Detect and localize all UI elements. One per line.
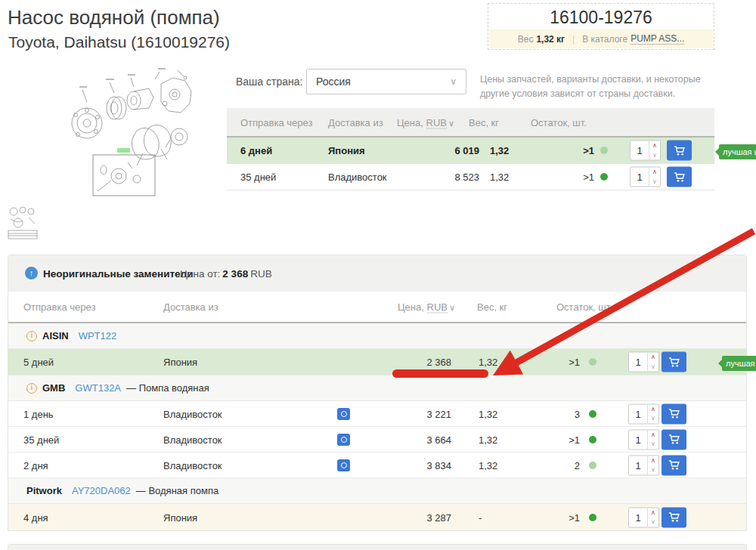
sort-caret-icon: ∨ <box>448 118 454 127</box>
qty-decrease-icon[interactable]: ∨ <box>648 362 658 372</box>
add-to-cart-button[interactable] <box>667 167 692 187</box>
quantity-stepper[interactable]: 1 ∧∨ <box>630 167 661 187</box>
add-to-cart-button[interactable] <box>662 507 686 527</box>
quantity-stepper[interactable]: 1 ∧∨ <box>628 352 659 372</box>
add-to-cart-button[interactable] <box>662 352 686 372</box>
quantity-stepper[interactable]: 1 ∧∨ <box>628 403 659 424</box>
col-from: Доставка из <box>328 116 383 128</box>
qty-decrease-icon[interactable]: ∨ <box>648 440 658 450</box>
sort-caret-icon: ∨ <box>449 303 455 312</box>
highlighted-part-label <box>117 148 130 153</box>
cart-icon <box>668 357 680 367</box>
col-price-sortable[interactable]: Цена, RUB∨ <box>398 301 455 313</box>
col-stock: Остаток, шт. <box>531 116 587 128</box>
cart-icon <box>668 409 680 419</box>
price-from: Цена от:2 368RUB <box>180 268 272 280</box>
col-from: Доставка из <box>163 301 218 313</box>
qty-decrease-icon[interactable]: ∨ <box>648 518 658 527</box>
cart-icon <box>674 171 686 182</box>
table-header: Отправка через Доставка из Цена, RUB∨ Ве… <box>227 108 714 138</box>
stock: >1 <box>583 171 594 183</box>
ship-from: Владивосток <box>328 171 387 183</box>
ship-from: Владивосток <box>163 434 222 445</box>
col-weight: Вес, кг <box>477 301 507 313</box>
weight-value: 1,32 кг <box>536 34 565 45</box>
offer-row: 35 дней Владивосток 8 523 1,32 >1 1 ∧∨ <box>227 164 714 190</box>
best-price-badge: лучшая ц <box>722 356 756 371</box>
offer-row: 2 дня Владивосток 3 834 1,32 2 1 ∧∨ <box>8 453 746 478</box>
qty-decrease-icon[interactable]: ∨ <box>649 150 660 160</box>
qty-decrease-icon[interactable]: ∨ <box>649 177 660 187</box>
photo-icon[interactable] <box>337 434 350 446</box>
offer-row-best: 5 дней Япония 2 368 1,32 >1 1 ∧∨ <box>8 349 746 375</box>
brand-group-gmb: i GMB GWT132A — Помпа водяная <box>8 375 746 401</box>
brand-name: GMB <box>42 382 65 394</box>
shipping-time: 2 дня <box>23 459 48 471</box>
qty-decrease-icon[interactable]: ∨ <box>648 465 658 475</box>
shipping-time: 35 дней <box>23 434 59 445</box>
qty-increase-icon[interactable]: ∧ <box>648 353 658 363</box>
price: 3 221 <box>426 408 451 419</box>
weight: 1,32 <box>479 357 497 368</box>
add-to-cart-button[interactable] <box>662 455 686 475</box>
chevron-down-icon: ∨ <box>450 76 457 87</box>
cart-icon <box>674 145 686 156</box>
diagram-thumbnail[interactable] <box>6 202 41 240</box>
cart-icon <box>668 512 680 523</box>
country-note: Цены запчастей, варианты доставки, и нек… <box>480 73 701 102</box>
price: 6 019 <box>454 145 479 156</box>
brand-group-aisin: i AISIN WPT122 <box>8 323 746 349</box>
quantity-stepper[interactable]: 1 ∧∨ <box>630 141 661 161</box>
quantity-stepper[interactable]: 1 ∧∨ <box>628 455 659 475</box>
qty-increase-icon[interactable]: ∧ <box>648 404 658 414</box>
col-price-sortable[interactable]: Цена, RUB∨ <box>397 116 454 128</box>
page-subtitle: Toyota, Daihatsu (1610019276) <box>8 33 230 51</box>
original-offers-table: Отправка через Доставка из Цена, RUB∨ Ве… <box>227 108 714 190</box>
ship-from: Владивосток <box>163 408 222 419</box>
weight: 1,32 <box>479 408 497 419</box>
country-note-line1: Цены запчастей, варианты доставки, и нек… <box>480 74 701 85</box>
offer-row: 1 день Владивосток 3 221 1,32 3 1 ∧∨ <box>8 401 746 427</box>
col-stock: Остаток, шт. <box>556 301 612 313</box>
catalog-label: В каталоге <box>582 34 627 45</box>
qty-increase-icon[interactable]: ∧ <box>648 456 658 465</box>
weight: 1,32 <box>479 459 497 471</box>
add-to-cart-button[interactable] <box>667 141 692 161</box>
section-title: Неоригинальные заменители <box>43 268 193 280</box>
collapse-up-icon[interactable]: ↑ <box>25 267 38 280</box>
price: 3 834 <box>426 459 451 471</box>
col-shipping: Отправка через <box>23 301 95 313</box>
photo-icon[interactable] <box>337 459 350 471</box>
price: 3 287 <box>426 511 451 523</box>
offer-row: 4 дня Япония 3 287 - >1 1 ∧∨ <box>8 504 746 530</box>
stock: 3 <box>575 408 580 419</box>
part-code-link[interactable]: WPT122 <box>79 330 117 341</box>
quantity-value: 1 <box>629 508 647 527</box>
parts-diagram-image[interactable] <box>64 64 208 200</box>
add-to-cart-button[interactable] <box>662 403 686 424</box>
info-icon[interactable]: i <box>26 383 37 394</box>
quantity-stepper[interactable]: 1 ∧∨ <box>628 429 659 450</box>
price: 2 368 <box>426 357 451 368</box>
next-section-stub <box>8 544 747 550</box>
photo-icon[interactable] <box>337 408 350 420</box>
part-description: — Помпа водяная <box>126 382 209 394</box>
country-select[interactable]: Россия ∨ <box>306 69 466 94</box>
country-note-line2: другие условия зависят от страны доставк… <box>480 88 675 99</box>
catalog-link[interactable]: PUMP ASS... <box>631 33 684 45</box>
qty-increase-icon[interactable]: ∧ <box>648 508 658 518</box>
add-to-cart-button[interactable] <box>662 429 686 450</box>
part-code-link[interactable]: GWT132A <box>75 382 121 394</box>
qty-increase-icon[interactable]: ∧ <box>649 141 660 151</box>
ship-from: Владивосток <box>163 459 222 471</box>
part-description: — Водяная помпа <box>136 485 218 496</box>
quantity-stepper[interactable]: 1 ∧∨ <box>628 507 659 527</box>
qty-decrease-icon[interactable]: ∨ <box>648 414 658 424</box>
qty-increase-icon[interactable]: ∧ <box>649 168 660 178</box>
brand-name: Pitwork <box>26 485 62 496</box>
info-icon[interactable]: i <box>26 331 37 341</box>
qty-increase-icon[interactable]: ∧ <box>648 430 658 440</box>
part-code-link[interactable]: AY720DA062 <box>72 485 131 496</box>
weight: 1,32 <box>490 171 509 183</box>
country-label: Ваша страна: <box>236 76 302 88</box>
